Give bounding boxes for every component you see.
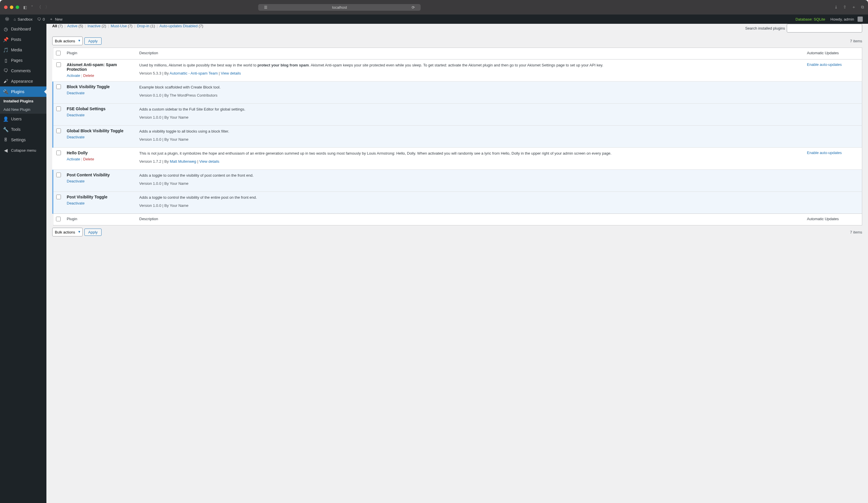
column-plugin[interactable]: Plugin (64, 48, 136, 60)
sidebar-item-tools[interactable]: 🔧 Tools (0, 124, 46, 135)
comments-count: 0 (43, 17, 45, 21)
plugin-meta: Version 1.0.0 | By Your Name (139, 181, 801, 186)
sidebar-item-pages[interactable]: ▯ Pages (0, 55, 46, 65)
sidebar-item-plugins[interactable]: 🔌 Plugins (0, 86, 46, 97)
row-checkbox[interactable] (56, 129, 61, 133)
sidebar-item-users[interactable]: 👤 Users (0, 114, 46, 124)
row-actions: Deactivate (67, 201, 133, 205)
enable-auto-updates-link[interactable]: Enable auto-updates (807, 62, 842, 67)
activate-link[interactable]: Activate (67, 73, 80, 78)
comments-link[interactable]: 🗨 0 (35, 14, 47, 24)
download-icon[interactable]: ⤓ (834, 4, 838, 10)
reload-icon[interactable]: ⟳ (412, 5, 415, 10)
dashboard-icon: ◷ (3, 26, 9, 32)
row-checkbox[interactable] (56, 173, 61, 177)
sidebar-item-comments[interactable]: 🗨 Comments (0, 65, 46, 76)
site-name-link[interactable]: ⌂ Sandbox (11, 14, 35, 24)
filter-autodisabled[interactable]: Auto-updates Disabled (7) (159, 24, 203, 28)
row-actions: Deactivate (67, 135, 133, 139)
author-link[interactable]: Automattic - Anti-spam Team (170, 71, 218, 75)
row-checkbox[interactable] (56, 84, 61, 89)
filter-all[interactable]: All (7) (52, 24, 63, 28)
deactivate-link[interactable]: Deactivate (67, 91, 84, 95)
reader-icon[interactable]: ☰ (264, 5, 268, 10)
deactivate-link[interactable]: Deactivate (67, 135, 84, 139)
howdy-label: Howdy, admin (830, 17, 854, 21)
apply-button-bottom[interactable]: Apply (84, 228, 102, 236)
maximize-window-icon[interactable] (16, 6, 19, 9)
row-actions: Deactivate (67, 179, 133, 183)
table-row: Post Content VisibilityDeactivateAdds a … (53, 170, 862, 192)
author-link[interactable]: Matt Mullenweg (170, 159, 196, 164)
sidebar-item-dashboard[interactable]: ◷ Dashboard (0, 24, 46, 34)
plugin-name: Post Visibility Toggle (67, 195, 133, 199)
wordpress-icon: ⓦ (5, 17, 9, 22)
row-checkbox[interactable] (56, 106, 61, 111)
collapse-menu-button[interactable]: ◀ Collapse menu (0, 145, 46, 155)
view-details-link[interactable]: View details (221, 71, 241, 75)
minimize-window-icon[interactable] (10, 6, 13, 9)
sidebar-item-appearance[interactable]: 🖌 Appearance (0, 76, 46, 86)
column-auto-updates-bottom[interactable]: Automatic Updates (804, 214, 862, 225)
plugins-table: Plugin Description Automatic Updates Aki… (52, 48, 862, 225)
sidebar-label: Plugins (11, 89, 24, 94)
apply-button[interactable]: Apply (84, 38, 102, 45)
tablenav-bottom: Bulk actions Apply 7 items (52, 225, 862, 239)
delete-link[interactable]: Delete (83, 73, 94, 78)
deactivate-link[interactable]: Deactivate (67, 201, 84, 205)
sidebar-item-installed-plugins[interactable]: Installed Plugins (0, 97, 46, 105)
sidebar-item-posts[interactable]: 📌 Posts (0, 34, 46, 45)
comment-icon: 🗨 (37, 17, 41, 21)
delete-link[interactable]: Delete (83, 157, 94, 161)
sidebar-item-add-new-plugin[interactable]: Add New Plugin (0, 105, 46, 114)
search-input[interactable] (787, 24, 862, 32)
close-window-icon[interactable] (4, 6, 8, 9)
select-all-checkbox[interactable] (56, 51, 61, 55)
new-label: New (55, 17, 62, 21)
item-count-bottom: 7 items (850, 230, 862, 234)
deactivate-link[interactable]: Deactivate (67, 113, 84, 117)
filter-mustuse[interactable]: Must-Use (7) (111, 24, 133, 28)
tabs-icon[interactable]: ⧉ (861, 4, 864, 10)
chevron-down-icon[interactable]: ˅ (31, 5, 33, 10)
brush-icon: 🖌 (3, 78, 9, 84)
filter-active[interactable]: Active (5) (67, 24, 83, 28)
activate-link[interactable]: Activate (67, 157, 80, 161)
deactivate-link[interactable]: Deactivate (67, 179, 84, 183)
url-bar[interactable]: ☰ localhost ⟳ (258, 4, 421, 11)
new-tab-icon[interactable]: ＋ (852, 4, 856, 10)
column-auto-updates[interactable]: Automatic Updates (804, 48, 862, 60)
row-checkbox[interactable] (56, 62, 61, 67)
row-actions: Deactivate (67, 91, 133, 95)
row-checkbox[interactable] (56, 151, 61, 155)
bulk-actions-select[interactable]: Bulk actions (52, 37, 83, 45)
sidebar-item-settings[interactable]: 🎚 Settings (0, 135, 46, 145)
sidebar-item-media[interactable]: 🎵 Media (0, 45, 46, 55)
plus-icon: ＋ (49, 17, 53, 22)
sidebar-label: Dashboard (11, 27, 31, 31)
filter-inactive[interactable]: Inactive (2) (87, 24, 106, 28)
select-all-checkbox-bottom[interactable] (56, 217, 61, 221)
view-details-link[interactable]: View details (199, 159, 219, 164)
settings-icon: 🎚 (3, 137, 9, 143)
pin-icon: 📌 (3, 37, 9, 42)
filter-dropin[interactable]: Drop-in (1) (137, 24, 155, 28)
wp-admin-bar: ⓦ ⌂ Sandbox 🗨 0 ＋ New Database: SQLite H… (0, 14, 868, 24)
share-icon[interactable]: ⇧ (843, 4, 847, 10)
enable-auto-updates-link[interactable]: Enable auto-updates (807, 151, 842, 155)
row-checkbox[interactable] (56, 195, 61, 199)
main-content: All (7) | Active (5) | Inactive (2) | Mu… (46, 24, 868, 503)
my-account-link[interactable]: Howdy, admin (828, 14, 865, 24)
column-description[interactable]: Description (136, 48, 804, 60)
sidebar-toggle-icon[interactable]: ◧ (23, 5, 27, 10)
bulk-actions-select-bottom[interactable]: Bulk actions (52, 228, 83, 236)
back-icon[interactable]: 〈 (37, 4, 41, 10)
column-plugin-bottom[interactable]: Plugin (64, 214, 136, 225)
row-actions: Activate | Delete (67, 157, 133, 161)
column-description-bottom[interactable]: Description (136, 214, 804, 225)
wp-logo[interactable]: ⓦ (3, 14, 11, 24)
forward-icon: 〉 (45, 4, 49, 10)
collapse-icon: ◀ (3, 147, 9, 153)
new-content-link[interactable]: ＋ New (47, 14, 65, 24)
plugin-meta: Version 0.1.0 | By The WordPress Contrib… (139, 93, 801, 98)
